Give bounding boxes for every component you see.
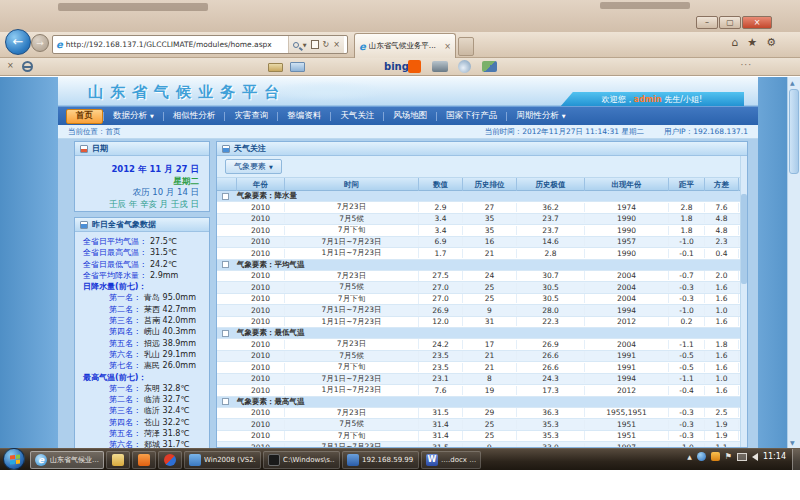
scroll-up-icon[interactable]: ▲ [790,79,795,86]
group-checkbox[interactable] [222,330,229,337]
nav-item-4[interactable]: 整编资料 [278,109,330,124]
stop-icon[interactable]: × [333,40,340,49]
network-globe-icon[interactable] [458,60,471,73]
network-status-icon[interactable] [737,453,747,461]
maximize-button[interactable]: ▢ [719,16,741,29]
tab-close-icon[interactable]: × [444,42,451,51]
ranking-entry[interactable]: 第七名：惠民 26.0mm [83,360,205,371]
nav-item-5[interactable]: 天气关注 [331,109,383,124]
bing-logo[interactable]: bing [384,61,409,72]
group-checkbox[interactable] [222,261,229,268]
forward-button[interactable]: → [31,34,49,52]
card-icon[interactable] [268,63,283,72]
taskbar-button-2[interactable] [132,451,156,469]
group-checkbox[interactable] [222,398,229,405]
browser-scrollbar[interactable]: ▲ ▼ [787,77,800,448]
taskbar-button-0[interactable]: e山东省气候业… [30,451,104,469]
nav-item-8[interactable]: 周期性分析▼ [507,109,574,124]
table-cell: 2.8 [669,203,705,212]
ranking-entry[interactable]: 第一名：东明 32.8℃ [83,383,205,394]
table-row[interactable]: 20107月5候27.02530.52004-0.31.6 [217,282,740,294]
taskbar-button-7[interactable]: W….docx … [421,451,481,469]
table-row[interactable]: 20107月5候23.52126.61991-0.51.6 [217,351,740,363]
table-group-row[interactable]: 气象要素：最低气温 [217,328,740,339]
table-row[interactable]: 20107月下旬23.52126.61991-0.51.6 [217,362,740,374]
settings-gear-icon[interactable]: ⚙ [766,36,776,49]
table-group-row[interactable]: 气象要素：降水量 [217,191,740,202]
taskbar-clock[interactable]: 11:14 [763,452,786,461]
table-row[interactable]: 20107月23日31.52936.31955,1951-0.32.5 [217,408,740,420]
ranking-entry[interactable]: 第五名：招远 38.9mm [83,338,205,349]
table-row[interactable]: 20107月23日27.52430.72004-0.72.0 [217,271,740,283]
taskbar-button-4[interactable]: Win2008 (VS2… [184,451,261,469]
table-row[interactable]: 20107月5候3.43523.719901.84.8 [217,214,740,226]
ranking-entry[interactable]: 第四名：崂山 40.3mm [83,326,205,337]
more-options-icon[interactable]: ··· [740,60,752,70]
tray-app-icon[interactable] [697,452,706,461]
favorites-star-icon[interactable]: ★ [747,36,757,49]
address-bar[interactable]: e http://192.168.137.1/GLCCLIMATE/module… [52,35,348,54]
minimize-button[interactable]: – [696,16,718,29]
hidden-icons-arrow[interactable]: ▲ [687,453,692,460]
taskbar-button-1[interactable] [106,451,130,469]
panel-scrollbar-thumb[interactable] [741,194,747,284]
nav-item-1[interactable]: 数据分析▼ [104,109,163,124]
ranking-entry[interactable]: 第四名：苍山 32.2℃ [83,417,205,428]
bing-app-icon[interactable] [408,60,421,73]
table-row[interactable]: 20101月1日~7月23日7.61917.32012-0.41.6 [217,385,740,397]
ranking-entry[interactable]: 第五名：菏泽 31.8℃ [83,428,205,439]
close-window-button[interactable]: × [742,16,772,29]
ranking-entry[interactable]: 第一名：青岛 95.0mm [83,292,205,303]
ranking-entry[interactable]: 第三名：临沂 32.4℃ [83,405,205,416]
ranking-entry[interactable]: 第六名：乳山 29.1mm [83,349,205,360]
taskbar-button-3[interactable] [158,451,182,469]
browser-scrollbar-thumb[interactable] [789,89,799,174]
table-row[interactable]: 20101月1日~7月23日1.7212.81990-0.10.4 [217,248,740,260]
action-center-flag-icon[interactable]: ⚑ [725,452,732,461]
scroll-down-icon[interactable]: ▼ [790,439,795,446]
table-row[interactable]: 20107月下旬3.43523.719901.84.8 [217,225,740,237]
taskbar-button-5[interactable]: C:\Windows\s… [263,451,340,469]
ranking-entry[interactable]: 第六名：郯城 31.7℃ [83,439,205,448]
table-cell: 1.8 [669,214,705,223]
table-row[interactable]: 20101月1日~7月23日12.03122.320120.21.6 [217,317,740,329]
volume-icon[interactable] [752,453,758,461]
nav-item-0[interactable]: 首页 [66,109,103,124]
contacts-icon[interactable] [482,61,497,72]
media-icon[interactable] [432,61,448,72]
table-row[interactable]: 20107月1日~7月23日23.1824.31994-1.11.0 [217,374,740,386]
nav-item-2[interactable]: 相似性分析 [164,109,225,124]
home-icon[interactable]: ⌂ [731,36,738,49]
panel-scrollbar[interactable] [740,156,747,447]
table-row[interactable]: 20107月23日2.92736.219742.87.6 [217,202,740,214]
tray-security-icon[interactable] [711,452,720,461]
table-row[interactable]: 20107月下旬31.42535.31951-0.31.9 [217,431,740,443]
ranking-entry[interactable]: 第二名：临清 32.7℃ [83,394,205,405]
element-filter-button[interactable]: 气象要素 ▼ [225,159,282,174]
dropdown-caret-icon[interactable]: ▼ [303,42,307,48]
group-checkbox[interactable] [222,193,229,200]
browser-tab[interactable]: e 山东省气候业务平... × [354,33,456,58]
show-desktop-button[interactable] [792,449,800,471]
nav-item-7[interactable]: 国家下行产品 [437,109,506,124]
ranking-entry[interactable]: 第三名：莒南 42.0mm [83,315,205,326]
mail-icon[interactable] [290,62,305,72]
ranking-entry[interactable]: 第二名：莱西 42.7mm [83,304,205,315]
toolbar-close-icon[interactable]: × [7,61,14,70]
nav-item-6[interactable]: 风场地图 [384,109,436,124]
back-button[interactable]: ← [5,29,31,55]
taskbar-button-6[interactable]: 192.168.59.99… [342,451,419,469]
table-group-row[interactable]: 气象要素：平均气温 [217,260,740,271]
nav-item-3[interactable]: 灾害查询 [225,109,277,124]
table-row[interactable]: 20107月1日~7月23日26.9928.01994-1.01.0 [217,305,740,317]
table-row[interactable]: 20107月1日~7月23日6.91614.61957-1.02.3 [217,237,740,249]
search-icon[interactable] [293,42,299,48]
new-tab-button[interactable] [458,37,474,56]
compatibility-view-icon[interactable] [311,40,319,49]
table-row[interactable]: 20107月23日24.21726.92004-1.11.8 [217,339,740,351]
refresh-icon[interactable]: ↻ [323,40,330,49]
start-button[interactable] [3,448,25,470]
table-row[interactable]: 20107月5候31.42535.31951-0.31.9 [217,419,740,431]
table-group-row[interactable]: 气象要素：最高气温 [217,397,740,408]
table-row[interactable]: 20107月下旬27.02530.52004-0.31.6 [217,294,740,306]
